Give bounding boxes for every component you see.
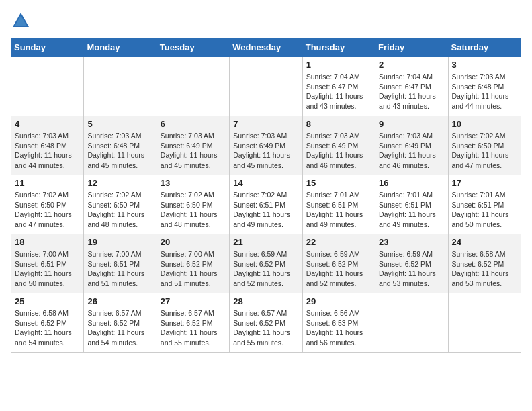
calendar-cell: 11Sunrise: 7:02 AMSunset: 6:50 PMDayligh…: [11, 175, 84, 234]
calendar-cell: 26Sunrise: 6:57 AMSunset: 6:52 PMDayligh…: [84, 293, 157, 353]
day-number: 14: [233, 178, 298, 188]
calendar-cell: [84, 57, 157, 116]
day-number: 18: [15, 237, 80, 247]
day-number: 26: [87, 296, 152, 306]
logo: [11, 11, 34, 31]
calendar-cell: [448, 293, 521, 353]
day-number: 16: [379, 178, 444, 188]
day-info: Sunrise: 7:00 AMSunset: 6:51 PMDaylight:…: [15, 249, 80, 289]
day-number: 11: [15, 178, 80, 188]
day-number: 15: [306, 178, 371, 188]
day-number: 24: [452, 237, 517, 247]
day-number: 25: [15, 296, 80, 306]
day-info: Sunrise: 7:03 AMSunset: 6:49 PMDaylight:…: [161, 131, 226, 171]
day-info: Sunrise: 6:59 AMSunset: 6:52 PMDaylight:…: [306, 249, 371, 289]
day-info: Sunrise: 7:04 AMSunset: 6:47 PMDaylight:…: [379, 72, 444, 111]
day-number: 13: [161, 178, 226, 188]
day-info: Sunrise: 7:03 AMSunset: 6:49 PMDaylight:…: [306, 131, 371, 171]
calendar-cell: 27Sunrise: 6:57 AMSunset: 6:52 PMDayligh…: [157, 293, 229, 353]
day-info: Sunrise: 6:57 AMSunset: 6:52 PMDaylight:…: [87, 308, 152, 348]
day-info: Sunrise: 7:01 AMSunset: 6:51 PMDaylight:…: [306, 190, 371, 230]
calendar-cell: 28Sunrise: 6:57 AMSunset: 6:52 PMDayligh…: [230, 293, 302, 353]
day-info: Sunrise: 7:03 AMSunset: 6:48 PMDaylight:…: [452, 72, 517, 111]
calendar-cell: 29Sunrise: 6:56 AMSunset: 6:53 PMDayligh…: [302, 293, 375, 353]
calendar-cell: 19Sunrise: 7:00 AMSunset: 6:51 PMDayligh…: [84, 234, 157, 293]
day-number: 17: [452, 178, 517, 188]
calendar-cell: 7Sunrise: 7:03 AMSunset: 6:49 PMDaylight…: [230, 116, 302, 175]
calendar-table: SundayMondayTuesdayWednesdayThursdayFrid…: [11, 38, 521, 353]
day-number: 19: [87, 237, 152, 247]
calendar-cell: 5Sunrise: 7:03 AMSunset: 6:48 PMDaylight…: [84, 116, 157, 175]
day-number: 22: [306, 237, 371, 247]
calendar-header-row: SundayMondayTuesdayWednesdayThursdayFrid…: [11, 38, 521, 57]
calendar-cell: 2Sunrise: 7:04 AMSunset: 6:47 PMDaylight…: [375, 57, 448, 116]
day-info: Sunrise: 6:59 AMSunset: 6:52 PMDaylight:…: [233, 249, 298, 289]
day-number: 2: [379, 60, 444, 70]
calendar-cell: 20Sunrise: 7:00 AMSunset: 6:52 PMDayligh…: [157, 234, 229, 293]
col-header-thursday: Thursday: [302, 38, 375, 57]
calendar-cell: 23Sunrise: 6:59 AMSunset: 6:52 PMDayligh…: [375, 234, 448, 293]
calendar-cell: 22Sunrise: 6:59 AMSunset: 6:52 PMDayligh…: [302, 234, 375, 293]
day-info: Sunrise: 6:59 AMSunset: 6:52 PMDaylight:…: [379, 249, 444, 289]
day-number: 21: [233, 237, 298, 247]
calendar-cell: [11, 57, 84, 116]
day-number: 27: [161, 296, 226, 306]
day-number: 4: [15, 119, 80, 129]
day-number: 28: [233, 296, 298, 306]
calendar-cell: 10Sunrise: 7:02 AMSunset: 6:50 PMDayligh…: [448, 116, 521, 175]
day-number: 3: [452, 60, 517, 70]
day-info: Sunrise: 7:02 AMSunset: 6:50 PMDaylight:…: [15, 190, 80, 230]
day-info: Sunrise: 7:01 AMSunset: 6:51 PMDaylight:…: [379, 190, 444, 230]
day-number: 7: [233, 119, 298, 129]
day-number: 29: [306, 296, 371, 306]
calendar-cell: [375, 293, 448, 353]
calendar-cell: 16Sunrise: 7:01 AMSunset: 6:51 PMDayligh…: [375, 175, 448, 234]
calendar-cell: 8Sunrise: 7:03 AMSunset: 6:49 PMDaylight…: [302, 116, 375, 175]
col-header-monday: Monday: [84, 38, 157, 57]
day-info: Sunrise: 7:03 AMSunset: 6:49 PMDaylight:…: [379, 131, 444, 171]
calendar-week-4: 18Sunrise: 7:00 AMSunset: 6:51 PMDayligh…: [11, 234, 521, 293]
day-info: Sunrise: 7:03 AMSunset: 6:48 PMDaylight:…: [87, 131, 152, 171]
calendar-cell: 4Sunrise: 7:03 AMSunset: 6:48 PMDaylight…: [11, 116, 84, 175]
day-info: Sunrise: 7:02 AMSunset: 6:51 PMDaylight:…: [233, 190, 298, 230]
col-header-saturday: Saturday: [448, 38, 521, 57]
day-number: 6: [161, 119, 226, 129]
day-info: Sunrise: 7:03 AMSunset: 6:49 PMDaylight:…: [233, 131, 298, 171]
day-number: 12: [87, 178, 152, 188]
calendar-week-5: 25Sunrise: 6:58 AMSunset: 6:52 PMDayligh…: [11, 293, 521, 353]
day-number: 20: [161, 237, 226, 247]
col-header-wednesday: Wednesday: [230, 38, 302, 57]
calendar-week-2: 4Sunrise: 7:03 AMSunset: 6:48 PMDaylight…: [11, 116, 521, 175]
day-number: 8: [306, 119, 371, 129]
calendar-cell: 17Sunrise: 7:01 AMSunset: 6:51 PMDayligh…: [448, 175, 521, 234]
day-number: 23: [379, 237, 444, 247]
day-info: Sunrise: 7:00 AMSunset: 6:52 PMDaylight:…: [161, 249, 226, 289]
day-info: Sunrise: 6:58 AMSunset: 6:52 PMDaylight:…: [452, 249, 517, 289]
calendar-cell: 1Sunrise: 7:04 AMSunset: 6:47 PMDaylight…: [302, 57, 375, 116]
day-info: Sunrise: 6:57 AMSunset: 6:52 PMDaylight:…: [161, 308, 226, 348]
calendar-cell: 25Sunrise: 6:58 AMSunset: 6:52 PMDayligh…: [11, 293, 84, 353]
day-number: 9: [379, 119, 444, 129]
calendar-cell: 13Sunrise: 7:02 AMSunset: 6:50 PMDayligh…: [157, 175, 229, 234]
day-info: Sunrise: 7:00 AMSunset: 6:51 PMDaylight:…: [87, 249, 152, 289]
calendar-cell: 15Sunrise: 7:01 AMSunset: 6:51 PMDayligh…: [302, 175, 375, 234]
day-info: Sunrise: 7:01 AMSunset: 6:51 PMDaylight:…: [452, 190, 517, 230]
calendar-cell: [230, 57, 302, 116]
day-info: Sunrise: 6:56 AMSunset: 6:53 PMDaylight:…: [306, 308, 371, 348]
logo-icon: [11, 11, 31, 31]
calendar-cell: 12Sunrise: 7:02 AMSunset: 6:50 PMDayligh…: [84, 175, 157, 234]
day-number: 1: [306, 60, 371, 70]
day-info: Sunrise: 7:02 AMSunset: 6:50 PMDaylight:…: [452, 131, 517, 171]
day-info: Sunrise: 7:03 AMSunset: 6:48 PMDaylight:…: [15, 131, 80, 171]
day-info: Sunrise: 6:58 AMSunset: 6:52 PMDaylight:…: [15, 308, 80, 348]
day-number: 10: [452, 119, 517, 129]
col-header-tuesday: Tuesday: [157, 38, 229, 57]
col-header-sunday: Sunday: [11, 38, 84, 57]
calendar-cell: 9Sunrise: 7:03 AMSunset: 6:49 PMDaylight…: [375, 116, 448, 175]
day-info: Sunrise: 7:02 AMSunset: 6:50 PMDaylight:…: [161, 190, 226, 230]
calendar-cell: 24Sunrise: 6:58 AMSunset: 6:52 PMDayligh…: [448, 234, 521, 293]
day-info: Sunrise: 7:02 AMSunset: 6:50 PMDaylight:…: [87, 190, 152, 230]
day-info: Sunrise: 6:57 AMSunset: 6:52 PMDaylight:…: [233, 308, 298, 348]
calendar-cell: 6Sunrise: 7:03 AMSunset: 6:49 PMDaylight…: [157, 116, 229, 175]
calendar-cell: [157, 57, 229, 116]
